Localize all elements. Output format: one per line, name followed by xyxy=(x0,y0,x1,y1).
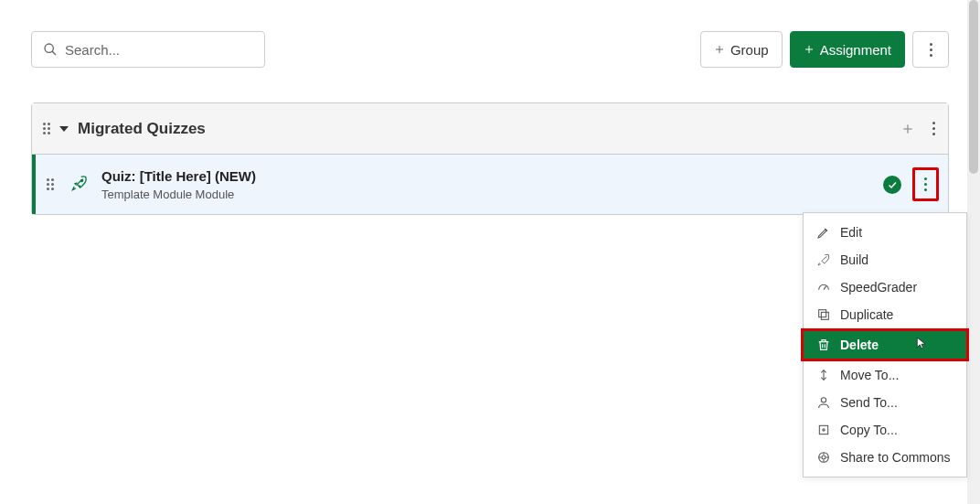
assignments-page: Group Assignment Migrated Quizzes xyxy=(0,0,980,504)
rocket-icon xyxy=(816,252,831,267)
svg-rect-10 xyxy=(821,312,828,319)
plus-icon xyxy=(804,44,815,55)
move-icon xyxy=(816,368,831,382)
chevron-down-icon xyxy=(59,126,69,132)
search-input[interactable] xyxy=(65,42,253,58)
top-bar: Group Assignment xyxy=(31,31,949,68)
menu-delete[interactable]: Delete xyxy=(801,328,969,361)
menu-build[interactable]: Build xyxy=(804,246,966,273)
rocket-icon xyxy=(70,174,89,195)
menu-label: Copy To... xyxy=(840,423,898,437)
plus-icon xyxy=(714,44,725,55)
menu-label: Build xyxy=(840,252,868,267)
assignment-item-row[interactable]: Quiz: [Title Here] (NEW) Template Module… xyxy=(32,155,948,214)
svg-point-19 xyxy=(822,456,826,459)
user-icon xyxy=(816,395,831,410)
menu-duplicate[interactable]: Duplicate xyxy=(804,301,966,328)
group-header[interactable]: Migrated Quizzes xyxy=(32,103,948,155)
scrollbar[interactable] xyxy=(967,0,980,504)
group-button-label: Group xyxy=(730,42,769,58)
svg-line-1 xyxy=(52,51,56,55)
search-box[interactable] xyxy=(31,31,265,68)
item-text: Quiz: [Title Here] (NEW) Template Module… xyxy=(101,168,256,201)
assignment-group: Migrated Quizzes xyxy=(31,102,949,215)
menu-share-commons[interactable]: Share to Commons xyxy=(804,444,966,471)
menu-label: Delete xyxy=(840,338,879,352)
trash-icon xyxy=(816,338,831,352)
menu-label: Edit xyxy=(840,225,862,240)
search-icon xyxy=(43,42,58,57)
menu-label: Move To... xyxy=(840,368,899,382)
menu-edit[interactable]: Edit xyxy=(804,219,966,246)
cursor-icon xyxy=(915,335,928,351)
copy-icon xyxy=(816,307,831,322)
svg-point-8 xyxy=(81,180,83,182)
item-context-menu: Edit Build SpeedGrader Duplicate Delete … xyxy=(803,212,967,477)
add-item-to-group-button[interactable] xyxy=(898,119,918,139)
svg-rect-11 xyxy=(819,310,826,317)
add-assignment-button[interactable]: Assignment xyxy=(790,31,905,68)
copy-to-icon xyxy=(816,423,831,437)
menu-label: Send To... xyxy=(840,395,898,410)
item-title: Quiz: [Title Here] (NEW) xyxy=(101,168,256,184)
item-actions xyxy=(883,167,939,201)
drag-handle-icon[interactable] xyxy=(45,178,56,190)
menu-copy-to[interactable]: Copy To... xyxy=(804,416,966,444)
commons-icon xyxy=(816,450,831,465)
menu-speedgrader[interactable]: SpeedGrader xyxy=(804,273,966,301)
highlighted-kebab xyxy=(912,167,939,201)
group-title: Migrated Quizzes xyxy=(78,120,206,138)
drag-handle-icon[interactable] xyxy=(41,123,52,134)
page-options-button[interactable] xyxy=(912,31,949,68)
action-buttons: Group Assignment xyxy=(700,31,949,68)
kebab-icon xyxy=(924,177,927,191)
menu-send-to[interactable]: Send To... xyxy=(804,389,966,416)
kebab-icon xyxy=(930,43,932,57)
assignment-button-label: Assignment xyxy=(820,42,891,58)
menu-label: Share to Commons xyxy=(840,450,951,465)
menu-move-to[interactable]: Move To... xyxy=(804,361,966,389)
svg-line-9 xyxy=(824,286,826,290)
published-icon[interactable] xyxy=(883,176,901,194)
group-options-button[interactable] xyxy=(929,118,939,139)
svg-point-15 xyxy=(821,398,826,402)
pencil-icon xyxy=(816,225,831,240)
group-header-actions xyxy=(898,118,939,139)
scrollbar-thumb[interactable] xyxy=(969,0,978,174)
gauge-icon xyxy=(816,280,831,295)
plus-icon xyxy=(901,123,914,135)
kebab-icon xyxy=(932,122,935,135)
menu-label: Duplicate xyxy=(840,307,893,322)
add-group-button[interactable]: Group xyxy=(700,31,783,68)
menu-label: SpeedGrader xyxy=(840,280,917,295)
svg-point-0 xyxy=(45,44,53,52)
item-options-button[interactable] xyxy=(921,174,931,195)
item-subtitle: Template Module Module xyxy=(101,188,256,201)
